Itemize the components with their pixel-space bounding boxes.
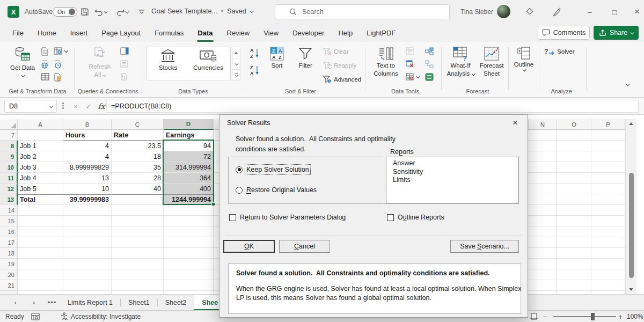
cell-P10[interactable] — [591, 162, 625, 173]
cell-P18[interactable] — [591, 248, 625, 259]
cell-N14[interactable] — [529, 205, 557, 216]
cell-A10[interactable]: Job 3 — [18, 162, 63, 173]
cell-C18[interactable] — [112, 248, 164, 259]
cell-O21[interactable] — [557, 280, 591, 291]
cell-B19[interactable] — [63, 259, 112, 269]
cell-O12[interactable] — [557, 184, 591, 194]
cell-A13[interactable]: Total — [18, 194, 63, 205]
cell-B12[interactable]: 10 — [63, 184, 112, 194]
cell-P7[interactable] — [591, 130, 625, 141]
cell-O11[interactable] — [557, 173, 591, 184]
cell-P17[interactable] — [591, 237, 625, 248]
cell-A17[interactable] — [18, 237, 63, 248]
name-box[interactable]: D8 — [4, 100, 57, 113]
dialog-title-bar[interactable]: Solver Results — [219, 115, 528, 131]
advanced-filter-button[interactable]: Advanced — [323, 75, 361, 83]
refresh-all-button[interactable]: Refresh All — [85, 46, 115, 78]
cell-D9[interactable]: 72 — [164, 151, 214, 162]
cell-C10[interactable]: 35 — [112, 162, 164, 173]
cell-C17[interactable] — [112, 237, 164, 248]
cell-N16[interactable] — [529, 226, 557, 237]
document-title[interactable]: Goal Seek Template... • Saved — [151, 8, 253, 15]
cell-A20[interactable] — [18, 269, 63, 280]
cell-A14[interactable] — [18, 205, 63, 216]
cell-N10[interactable] — [529, 162, 557, 173]
report-item-answer[interactable]: Answer — [393, 159, 518, 168]
ribbon-tab-developer[interactable]: Developer — [286, 24, 331, 42]
vertical-scrollbar[interactable] — [625, 119, 636, 294]
cell-D19[interactable] — [164, 259, 214, 269]
cell-D21[interactable] — [164, 280, 214, 291]
cell-P20[interactable] — [591, 269, 625, 280]
cell-N13[interactable] — [529, 194, 557, 205]
what-if-analysis-button[interactable]: ? What-If Analysis — [445, 46, 475, 77]
from-table-button[interactable] — [41, 73, 49, 80]
row-header-13[interactable]: 13 — [0, 194, 18, 205]
legacy-import-button[interactable] — [54, 73, 61, 82]
cell-N8[interactable] — [529, 141, 557, 151]
sheet-nav-prev[interactable]: ‹ — [8, 295, 24, 310]
save-icon[interactable] — [78, 5, 91, 18]
sheet-tab-limits-report-1[interactable]: Limits Report 1 — [60, 295, 120, 310]
maximize-button[interactable]: □ — [605, 0, 624, 24]
search-input[interactable]: Search — [275, 4, 450, 19]
save-scenario-button[interactable]: Save Scenario... — [450, 240, 519, 253]
row-header-21[interactable]: 21 — [0, 280, 18, 291]
cell-P13[interactable] — [591, 194, 625, 205]
from-text-button[interactable] — [41, 47, 49, 56]
column-header-N[interactable]: N — [529, 119, 557, 130]
row-header-10[interactable]: 10 — [0, 162, 18, 173]
report-item-sensitivity[interactable]: Sensitivity — [393, 168, 518, 177]
cell-B18[interactable] — [63, 248, 112, 259]
return-to-solver-checkbox[interactable]: Return to Solver Parameters Dialog — [229, 214, 346, 221]
row-header-9[interactable]: 9 — [0, 151, 18, 162]
cell-A9[interactable]: Job 2 — [18, 151, 63, 162]
ribbon-tab-file[interactable]: File — [5, 24, 31, 42]
cell-N21[interactable] — [529, 280, 557, 291]
outline-reports-checkbox[interactable]: Outline Reports — [387, 214, 444, 221]
data-validation-button[interactable] — [406, 73, 419, 81]
recent-sources-button[interactable] — [54, 60, 62, 69]
sort-descending-button[interactable]: ZA — [250, 64, 260, 76]
cell-D8[interactable]: 94 — [164, 141, 214, 151]
cell-C19[interactable] — [112, 259, 164, 269]
cell-C15[interactable] — [112, 216, 164, 226]
row-header-8[interactable]: 8 — [0, 141, 18, 151]
restore-original-values-radio[interactable]: Restore Original Values — [236, 186, 317, 194]
row-header-17[interactable]: 17 — [0, 237, 18, 248]
zoom-in-button[interactable]: + — [618, 311, 623, 322]
reapply-filter-button[interactable]: Reapply — [323, 61, 356, 69]
user-avatar[interactable] — [497, 5, 510, 18]
ribbon-tab-home[interactable]: Home — [31, 24, 63, 42]
gallery-more-button[interactable] — [232, 70, 240, 80]
cell-D13[interactable]: 1244.999994 — [164, 194, 214, 205]
row-header-12[interactable]: 12 — [0, 184, 18, 194]
cell-D14[interactable] — [164, 205, 214, 216]
cell-D20[interactable] — [164, 269, 214, 280]
sheet-nav-next[interactable]: › — [26, 295, 42, 310]
outline-button[interactable]: Outline — [511, 46, 536, 71]
excel-app-icon[interactable]: X — [8, 6, 19, 18]
cell-C13[interactable] — [112, 194, 164, 205]
cell-O10[interactable] — [557, 162, 591, 173]
select-all-corner[interactable] — [0, 119, 18, 130]
scroll-down-icon[interactable] — [629, 288, 633, 291]
cell-P16[interactable] — [591, 226, 625, 237]
cell-D11[interactable]: 364 — [164, 173, 214, 184]
cell-B20[interactable] — [63, 269, 112, 280]
vertical-scroll-thumb[interactable] — [629, 173, 634, 278]
cell-C12[interactable]: 40 — [112, 184, 164, 194]
fill-handle[interactable] — [211, 202, 215, 206]
cell-O18[interactable] — [557, 248, 591, 259]
cell-A12[interactable]: Job 5 — [18, 184, 63, 194]
cell-O7[interactable] — [557, 130, 591, 141]
cell-O8[interactable] — [557, 141, 591, 151]
cell-P11[interactable] — [591, 173, 625, 184]
cell-O17[interactable] — [557, 237, 591, 248]
cell-N11[interactable] — [529, 173, 557, 184]
row-header-16[interactable]: 16 — [0, 226, 18, 237]
cell-O13[interactable] — [557, 194, 591, 205]
ribbon-tab-help[interactable]: Help — [331, 24, 360, 42]
cell-C14[interactable] — [112, 205, 164, 216]
sort-button[interactable]: ZA AZ Sort — [266, 46, 288, 69]
